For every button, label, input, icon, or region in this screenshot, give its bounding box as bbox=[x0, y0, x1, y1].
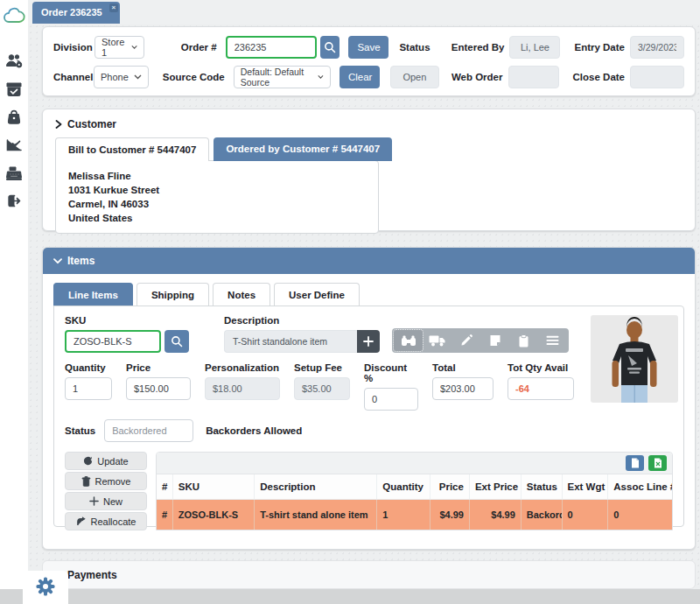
order-tab-label: Order 236235 bbox=[41, 7, 102, 18]
order-search-button[interactable] bbox=[320, 36, 340, 59]
price-input[interactable] bbox=[126, 377, 191, 400]
cell-assoc-line: 0 bbox=[608, 500, 672, 530]
shopping-bag-icon[interactable] bbox=[5, 109, 23, 125]
total-input[interactable] bbox=[432, 377, 494, 400]
cell-num: # bbox=[157, 500, 172, 530]
sku-search-button[interactable] bbox=[164, 330, 189, 353]
table-row[interactable]: # ZOSO-BLK-S T-shirt stand alone item 1 … bbox=[157, 500, 672, 530]
backorders-allowed-label: Backorders Allowed bbox=[206, 425, 302, 436]
order-number-input[interactable] bbox=[226, 36, 317, 59]
cash-register-icon[interactable] bbox=[5, 165, 23, 181]
channel-label: Channel bbox=[53, 72, 94, 82]
settings-button[interactable] bbox=[23, 571, 68, 604]
cell-status: Backordered bbox=[521, 500, 562, 530]
reallocate-button[interactable]: Reallocate bbox=[65, 512, 147, 530]
excel-file-icon bbox=[654, 458, 662, 468]
col-assoc-line[interactable]: Assoc Line # bbox=[608, 474, 672, 500]
division-label: Division bbox=[53, 42, 94, 53]
status-label: Status bbox=[399, 42, 438, 53]
clipboard-icon[interactable] bbox=[509, 330, 538, 351]
cell-ext-wgt: 0 bbox=[562, 500, 608, 530]
main-content: Division Store 1 Order # Save Status Ent… bbox=[28, 24, 700, 604]
tot-qty-avail-label: Tot Qty Avail bbox=[508, 362, 574, 373]
source-code-label: Source Code bbox=[163, 72, 225, 82]
col-sku[interactable]: SKU bbox=[172, 474, 254, 500]
tab-notes[interactable]: Notes bbox=[213, 283, 270, 306]
ordered-by-customer-tab[interactable]: Ordered by Customer # 5447407 bbox=[214, 137, 392, 161]
close-date-label: Close Date bbox=[573, 72, 625, 82]
customer-section-toggle[interactable]: Customer bbox=[55, 118, 682, 130]
sku-input[interactable] bbox=[65, 330, 161, 353]
tab-shipping[interactable]: Shipping bbox=[136, 283, 209, 306]
line-status-input[interactable] bbox=[104, 419, 193, 442]
chevron-down-icon bbox=[318, 74, 324, 80]
customer-name: Melissa Fline bbox=[68, 169, 366, 183]
col-num[interactable]: # bbox=[157, 474, 172, 500]
payments-card: Payments bbox=[42, 560, 696, 589]
plus-icon bbox=[363, 336, 374, 347]
update-button[interactable]: Update bbox=[65, 452, 147, 470]
col-price[interactable]: Price bbox=[430, 474, 470, 500]
remove-button[interactable]: Remove bbox=[65, 472, 147, 490]
discount-input[interactable] bbox=[364, 388, 418, 411]
order-tab[interactable]: Order 236235 × bbox=[32, 2, 120, 24]
customer-section-label: Customer bbox=[67, 118, 116, 130]
bottom-bar bbox=[0, 589, 700, 604]
channel-select[interactable]: Phone bbox=[94, 66, 149, 88]
tab-user-define[interactable]: User Define bbox=[274, 283, 360, 306]
cloud-logo-icon bbox=[3, 7, 25, 26]
gear-icon bbox=[35, 576, 56, 597]
tab-line-items[interactable]: Line Items bbox=[53, 283, 133, 306]
tab-close-icon[interactable]: × bbox=[109, 4, 118, 12]
col-quantity[interactable]: Quantity bbox=[377, 474, 430, 500]
col-description[interactable]: Description bbox=[255, 474, 377, 500]
export-excel-button[interactable] bbox=[648, 455, 667, 471]
pencil-icon[interactable] bbox=[452, 330, 480, 351]
logout-icon[interactable] bbox=[5, 193, 23, 209]
add-item-button[interactable] bbox=[357, 330, 380, 353]
customer-city: Carmel, IN 46033 bbox=[68, 197, 366, 211]
chevron-down-icon bbox=[134, 74, 142, 80]
clear-button[interactable]: Clear bbox=[340, 66, 380, 88]
new-button-label: New bbox=[103, 496, 122, 507]
binoculars-icon[interactable] bbox=[394, 330, 423, 351]
entered-by-label: Entered By bbox=[452, 42, 505, 53]
cell-quantity: 1 bbox=[377, 500, 430, 530]
users-gear-icon[interactable] bbox=[5, 53, 23, 69]
source-code-select[interactable]: Default: Default Source bbox=[234, 66, 331, 88]
sidebar bbox=[0, 0, 28, 604]
price-label: Price bbox=[126, 362, 191, 373]
col-ext-wgt[interactable]: Ext Wgt bbox=[562, 474, 608, 500]
chart-line-icon[interactable] bbox=[5, 137, 23, 153]
cell-sku: ZOSO-BLK-S bbox=[172, 500, 254, 530]
new-button[interactable]: New bbox=[65, 492, 147, 510]
order-header-card: Division Store 1 Order # Save Status Ent… bbox=[42, 26, 696, 96]
box-check-icon[interactable] bbox=[5, 81, 23, 97]
window-tab-bar: Order 236235 × bbox=[28, 0, 700, 24]
reallocate-button-label: Reallocate bbox=[91, 516, 136, 527]
tot-qty-avail-field bbox=[508, 377, 574, 400]
items-section-toggle[interactable]: Items bbox=[43, 248, 695, 274]
division-select[interactable]: Store 1 bbox=[94, 36, 144, 59]
col-ext-price[interactable]: Ext Price bbox=[469, 474, 521, 500]
description-field: T-Shirt standalone item bbox=[224, 330, 357, 353]
menu-icon[interactable] bbox=[538, 330, 567, 351]
chevron-right-icon bbox=[55, 120, 62, 129]
remove-button-label: Remove bbox=[95, 476, 131, 487]
personalization-label: Personalization bbox=[205, 362, 280, 373]
export-pdf-button[interactable] bbox=[626, 455, 644, 471]
bill-to-customer-tab[interactable]: Bill to Customer # 5447407 bbox=[55, 137, 209, 161]
line-item-toolbar bbox=[392, 328, 569, 353]
note-icon[interactable] bbox=[480, 330, 509, 351]
reallocate-icon bbox=[76, 516, 87, 526]
col-status[interactable]: Status bbox=[521, 474, 562, 500]
search-icon bbox=[171, 335, 183, 348]
save-button[interactable]: Save bbox=[348, 36, 388, 59]
personalization-field bbox=[205, 377, 280, 400]
setup-fee-label: Setup Fee bbox=[294, 362, 350, 373]
total-label: Total bbox=[432, 362, 494, 373]
quantity-input[interactable] bbox=[65, 377, 112, 400]
description-label: Description bbox=[224, 315, 380, 326]
truck-icon[interactable] bbox=[423, 330, 452, 351]
order-number-label: Order # bbox=[158, 42, 216, 53]
